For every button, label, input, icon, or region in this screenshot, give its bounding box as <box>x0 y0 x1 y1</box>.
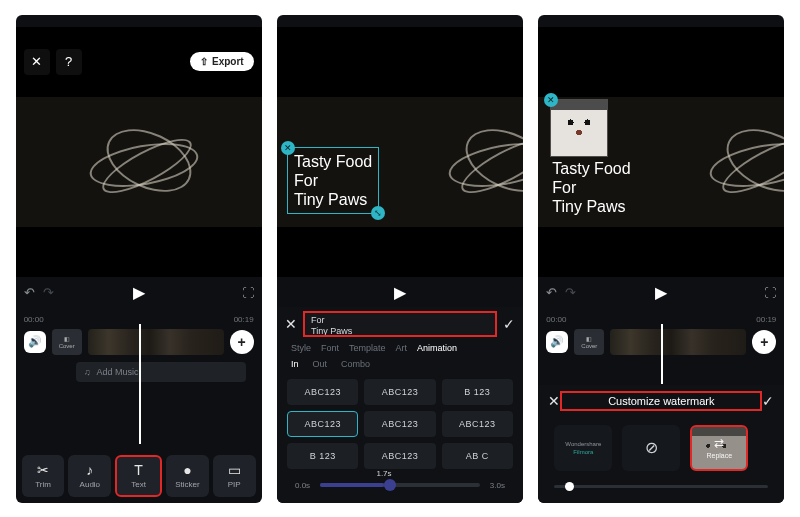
anim-preset[interactable]: ABC123 <box>287 379 358 405</box>
tool-sticker[interactable]: ● Sticker <box>166 455 209 497</box>
text-input[interactable]: For Tiny Paws <box>303 311 497 337</box>
cover-button[interactable]: ◧ Cover <box>52 329 82 355</box>
duration-slider[interactable]: 1.7s <box>320 483 480 487</box>
transport-row: ▶ <box>277 279 523 307</box>
tool-label: Sticker <box>175 480 199 489</box>
anim-preset[interactable]: ABC123 <box>364 411 435 437</box>
tool-audio[interactable]: ♪ Audio <box>68 455 111 497</box>
video-preview[interactable] <box>16 97 262 227</box>
watermark-option-filmora[interactable]: Wondershare Filmora <box>554 425 612 471</box>
screen-watermark: ✕ Tasty Food For Tiny Paws ↶ ↷ ▶ ⛶ 00:00… <box>538 15 784 503</box>
scissors-icon: ✂ <box>37 462 49 478</box>
animation-duration-row: 0.0s 1.7s 3.0s <box>277 475 523 496</box>
mute-button[interactable]: 🔊 <box>24 331 46 353</box>
overlay-delete-handle[interactable]: ✕ <box>281 141 295 155</box>
tab-font[interactable]: Font <box>321 343 339 353</box>
subtab-combo[interactable]: Combo <box>341 359 370 369</box>
music-icon: ♫ <box>84 367 91 377</box>
anim-preset[interactable]: ABC123 <box>287 411 358 437</box>
timeline[interactable]: 00:00 00:19 🔊 ◧ Cover + ♫ Add Music <box>16 315 262 382</box>
text-edit-panel: ✕ For Tiny Paws ✓ Style Font Template Ar… <box>277 307 523 503</box>
undo-button[interactable]: ↶ <box>546 285 557 300</box>
tab-template[interactable]: Template <box>349 343 386 353</box>
playhead[interactable] <box>661 324 663 384</box>
text-tabs: Style Font Template Art Animation <box>277 341 523 355</box>
anim-preset[interactable]: AB C <box>442 443 513 469</box>
add-clip-button[interactable]: + <box>230 330 254 354</box>
tool-label: Text <box>131 480 146 489</box>
overlay-line: Tiny Paws <box>294 190 372 209</box>
panel-close-button[interactable]: ✕ <box>285 316 297 332</box>
duration-max: 3.0s <box>490 481 505 490</box>
text-overlay: Tasty Food For Tiny Paws <box>552 159 630 217</box>
playhead[interactable] <box>139 324 141 444</box>
text-icon: T <box>134 462 143 478</box>
anim-preset[interactable]: ABC123 <box>364 379 435 405</box>
plus-icon: + <box>760 334 768 350</box>
ruler-tick: 00:19 <box>234 315 254 324</box>
sticker-delete-handle[interactable]: ✕ <box>544 93 558 107</box>
sticker-icon: ● <box>183 462 191 478</box>
play-button[interactable]: ▶ <box>394 283 406 302</box>
play-button[interactable]: ▶ <box>133 283 145 302</box>
video-track-row: 🔊 ◧ Cover + <box>546 328 776 356</box>
speaker-icon: 🔊 <box>28 335 42 348</box>
panel-confirm-button[interactable]: ✓ <box>762 393 774 409</box>
tab-art[interactable]: Art <box>396 343 408 353</box>
overlay-line: Tiny Paws <box>552 197 630 216</box>
mute-button[interactable]: 🔊 <box>546 331 568 353</box>
top-bar: ✕ ? ⇧ Export <box>16 47 262 77</box>
cover-icon: ◧ <box>64 335 70 342</box>
animation-preset-grid: ABC123 ABC123 B 123 ABC123 ABC123 ABC123… <box>277 373 523 475</box>
watermark-option-replace[interactable]: ⇄ Replace <box>690 425 748 471</box>
watermark-sticker[interactable]: ✕ <box>550 99 608 157</box>
video-clip[interactable] <box>610 329 746 355</box>
transport-row: ↶ ↷ ▶ ⛶ <box>16 279 262 307</box>
cover-button[interactable]: ◧ Cover <box>574 329 604 355</box>
bottom-tool-bar: ✂ Trim ♪ Audio T Text ● Sticker ▭ PIP <box>16 455 262 497</box>
speaker-icon: 🔊 <box>550 335 564 348</box>
undo-button[interactable]: ↶ <box>24 285 35 300</box>
export-button[interactable]: ⇧ Export <box>190 52 254 71</box>
anim-preset[interactable]: B 123 <box>442 379 513 405</box>
fullscreen-button[interactable]: ⛶ <box>764 286 776 300</box>
preview-area: ✕ Tasty Food For Tiny Paws <box>538 27 784 277</box>
add-clip-button[interactable]: + <box>752 330 776 354</box>
add-music-track[interactable]: ♫ Add Music <box>76 362 246 382</box>
subtab-in[interactable]: In <box>291 359 299 369</box>
plus-icon: + <box>238 334 246 350</box>
subtab-out[interactable]: Out <box>313 359 328 369</box>
tool-pip[interactable]: ▭ PIP <box>213 455 256 497</box>
tool-label: PIP <box>228 480 241 489</box>
video-track-row: 🔊 ◧ Cover + <box>24 328 254 356</box>
help-button[interactable]: ? <box>56 49 82 75</box>
panel-confirm-button[interactable]: ✓ <box>503 316 515 332</box>
timeline[interactable]: 00:00 00:19 🔊 ◧ Cover + <box>538 315 784 356</box>
tool-trim[interactable]: ✂ Trim <box>22 455 65 497</box>
duration-min: 0.0s <box>295 481 310 490</box>
play-button[interactable]: ▶ <box>655 283 667 302</box>
anim-preset[interactable]: ABC123 <box>364 443 435 469</box>
fullscreen-button[interactable]: ⛶ <box>242 286 254 300</box>
tool-text[interactable]: T Text <box>115 455 162 497</box>
watermark-opacity-slider[interactable] <box>554 485 768 488</box>
text-overlay[interactable]: ✕ Tasty Food For Tiny Paws ⤡ <box>287 147 379 215</box>
preview-graphic <box>79 117 199 207</box>
tab-animation[interactable]: Animation <box>417 343 457 353</box>
watermark-option-none[interactable]: ⊘ <box>622 425 680 471</box>
tab-style[interactable]: Style <box>291 343 311 353</box>
anim-preset[interactable]: ABC123 <box>442 411 513 437</box>
preview-graphic <box>438 117 523 207</box>
ruler-tick: 00:00 <box>24 315 44 324</box>
anim-preset[interactable]: B 123 <box>287 443 358 469</box>
close-button[interactable]: ✕ <box>24 49 50 75</box>
redo-button[interactable]: ↷ <box>43 285 54 300</box>
overlay-line: Tasty Food <box>552 159 630 178</box>
video-clip[interactable] <box>88 329 224 355</box>
redo-button[interactable]: ↷ <box>565 285 576 300</box>
swap-icon: ⇄ <box>714 436 724 450</box>
panel-close-button[interactable]: ✕ <box>548 393 560 409</box>
input-line: For <box>311 315 489 326</box>
watermark-opacity-row <box>538 479 784 494</box>
transport-row: ↶ ↷ ▶ ⛶ <box>538 279 784 307</box>
